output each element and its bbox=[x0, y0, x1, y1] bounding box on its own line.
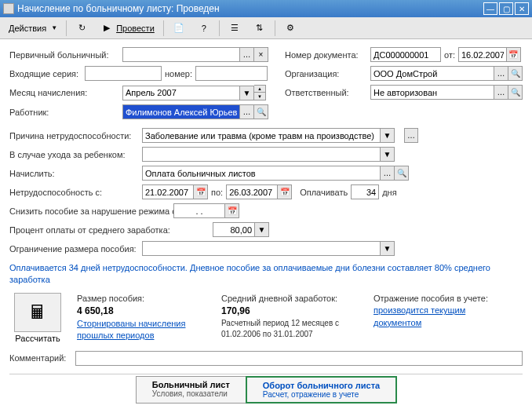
reason-dropdown[interactable]: ▼ bbox=[381, 128, 395, 143]
month-dropdown[interactable]: ▼ bbox=[240, 86, 254, 100]
size-value: 4 650,18 bbox=[77, 305, 210, 318]
process-button[interactable]: ▶ Провести bbox=[95, 20, 160, 37]
pay-label: Оплачивать bbox=[300, 188, 348, 197]
disfrom-label: Нетрудоспособность с: bbox=[9, 188, 139, 197]
tool-button-4[interactable]: ⚙ bbox=[279, 20, 302, 37]
reason-input[interactable] bbox=[142, 128, 381, 143]
from-label: от: bbox=[444, 50, 455, 60]
process-icon: ▶ bbox=[100, 22, 113, 35]
window-icon bbox=[3, 3, 14, 14]
tab1-sub: Условия, показатели bbox=[152, 389, 230, 398]
tab2-title: Оборот больничного листа bbox=[263, 381, 380, 390]
tab-sick-leave[interactable]: Больничный лист Условия, показатели bbox=[136, 376, 246, 404]
tool-button-1[interactable]: 📄 bbox=[167, 20, 191, 37]
dropdown-icon: ▼ bbox=[51, 24, 57, 31]
accrue-lookup[interactable]: … bbox=[381, 166, 395, 181]
accrue-label: Начислить: bbox=[9, 169, 139, 178]
limit-label: Ограничение размера пособия: bbox=[9, 244, 139, 254]
period-text: Расчетный период 12 месяцев с 01.02.2006… bbox=[221, 318, 363, 340]
comment-input[interactable] bbox=[75, 351, 523, 366]
reflect-label: Отражение пособия в учете: bbox=[373, 293, 499, 305]
org-lookup[interactable]: … bbox=[494, 66, 508, 81]
refresh-icon: ↻ bbox=[75, 22, 88, 35]
calculate-button[interactable]: 🖩 bbox=[14, 293, 61, 332]
percent-dropdown[interactable]: ▼ bbox=[255, 222, 269, 237]
tab-sick-leave-back[interactable]: Оборот больничного листа Расчет, отражен… bbox=[246, 376, 397, 404]
date-input[interactable] bbox=[458, 47, 507, 62]
reflect-value[interactable]: производится текущим документом bbox=[373, 305, 499, 329]
tool-button-2[interactable]: ☰ bbox=[223, 20, 246, 37]
reduce-date-input[interactable] bbox=[173, 203, 225, 218]
tab2-sub: Расчет, отражение в учете bbox=[263, 390, 380, 399]
month-spinner[interactable]: ▲ ▼ bbox=[254, 85, 266, 100]
datefrom-calendar[interactable]: 📅 bbox=[194, 184, 208, 199]
primary-sick-input[interactable] bbox=[122, 47, 240, 62]
resp-label: Ответственный: bbox=[285, 88, 367, 97]
minimize-button[interactable]: — bbox=[483, 2, 497, 15]
help-icon: ? bbox=[198, 22, 210, 35]
childcare-dropdown[interactable]: ▼ bbox=[381, 147, 395, 162]
tool-button-3[interactable]: ⇅ bbox=[248, 20, 271, 37]
reason-label: Причина нетрудоспособности: bbox=[9, 131, 139, 141]
docnum-input[interactable] bbox=[370, 47, 441, 62]
docnum-label: Номер документа: bbox=[285, 50, 367, 60]
org-label: Организация: bbox=[285, 69, 367, 79]
maximize-button[interactable]: ▢ bbox=[499, 2, 513, 15]
limit-dropdown[interactable]: ▼ bbox=[381, 241, 395, 256]
info-text: Оплачивается 34 дней нетрудоспособности.… bbox=[9, 262, 523, 287]
month-label: Месяц начисления: bbox=[9, 88, 119, 97]
days-label: дня bbox=[382, 188, 396, 197]
month-input[interactable] bbox=[122, 86, 240, 100]
percent-label: Процент оплаты от среднего заработка: bbox=[9, 225, 170, 235]
number-input[interactable] bbox=[195, 66, 268, 81]
reason-extra[interactable]: … bbox=[404, 128, 418, 143]
childcare-label: В случае ухода за ребенком: bbox=[9, 150, 139, 159]
actions-menu[interactable]: Действия ▼ bbox=[3, 20, 63, 37]
spinner-down-icon[interactable]: ▼ bbox=[254, 93, 265, 100]
percent-input[interactable] bbox=[213, 222, 255, 237]
org-zoom[interactable]: 🔍 bbox=[508, 66, 523, 81]
dateto-input[interactable] bbox=[226, 184, 278, 199]
tab1-title: Больничный лист bbox=[152, 380, 230, 389]
series-input[interactable] bbox=[85, 66, 162, 81]
refresh-button[interactable]: ↻ bbox=[70, 20, 93, 37]
series-label: Входящие серия: bbox=[9, 69, 82, 79]
size-label: Размер пособия: bbox=[77, 293, 210, 305]
close-button[interactable]: ✕ bbox=[515, 2, 529, 15]
comment-label: Комментарий: bbox=[9, 353, 72, 363]
calc-button-label: Рассчитать bbox=[9, 334, 66, 343]
number-label: номер: bbox=[165, 69, 192, 79]
resp-zoom[interactable]: 🔍 bbox=[508, 85, 523, 100]
dateto-calendar[interactable]: 📅 bbox=[278, 184, 292, 199]
doc-icon: 📄 bbox=[173, 22, 185, 35]
reduce-label: Снизить пособие за нарушение режима с: bbox=[9, 206, 170, 216]
datefrom-input[interactable] bbox=[142, 184, 194, 199]
childcare-input[interactable] bbox=[142, 147, 381, 162]
resp-lookup[interactable]: … bbox=[494, 85, 508, 100]
to-label: по: bbox=[211, 188, 223, 197]
help-button[interactable]: ? bbox=[192, 20, 216, 37]
org-input[interactable] bbox=[370, 66, 494, 81]
employee-label: Работник: bbox=[9, 108, 119, 117]
employee-lookup[interactable]: … bbox=[240, 104, 254, 119]
calculator-icon: 🖩 bbox=[28, 301, 47, 323]
reduce-calendar[interactable]: 📅 bbox=[225, 203, 239, 218]
resp-input[interactable] bbox=[370, 85, 494, 100]
config-icon: ⚙ bbox=[284, 22, 297, 35]
accrue-input[interactable] bbox=[142, 166, 381, 181]
list-icon: ☰ bbox=[228, 22, 241, 35]
window-title: Начисление по больничному листу: Проведе… bbox=[17, 3, 220, 14]
employee-input[interactable] bbox=[122, 104, 240, 119]
spinner-up-icon[interactable]: ▲ bbox=[254, 86, 265, 93]
primary-sick-lookup[interactable]: … bbox=[240, 47, 254, 62]
primary-sick-clear[interactable]: × bbox=[254, 47, 268, 62]
avg-label: Средний дневной заработок: bbox=[221, 293, 363, 305]
employee-zoom[interactable]: 🔍 bbox=[254, 104, 268, 119]
limit-input[interactable] bbox=[142, 241, 381, 256]
days-input[interactable] bbox=[351, 184, 379, 199]
date-calendar[interactable]: 📅 bbox=[507, 47, 521, 62]
avg-value: 170,96 bbox=[221, 305, 363, 318]
cancel-link[interactable]: Сторнированы начисления прошлых периодов bbox=[77, 318, 210, 342]
accrue-zoom[interactable]: 🔍 bbox=[395, 166, 409, 181]
primary-sick-label: Первичный больничный: bbox=[9, 50, 119, 60]
